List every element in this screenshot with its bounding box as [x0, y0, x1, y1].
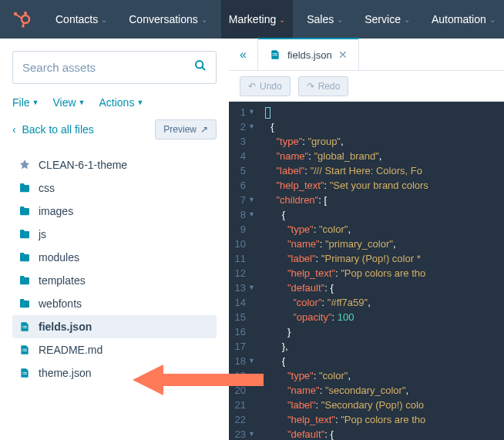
tree-item-js[interactable]: js	[12, 223, 217, 246]
svg-rect-10	[23, 327, 27, 328]
svg-point-11	[22, 326, 23, 327]
tree-item-webfonts[interactable]: webfonts	[12, 292, 217, 315]
tree-item-images[interactable]: images	[12, 200, 217, 223]
tree-item-templates[interactable]: templates	[12, 269, 217, 292]
svg-line-6	[23, 22, 24, 25]
file-menu[interactable]: File▼	[12, 96, 39, 109]
tree-item-label: webfonts	[39, 297, 82, 310]
svg-rect-18	[23, 374, 27, 375]
nav-service[interactable]: Service⌄	[357, 0, 418, 39]
collapse-sidebar-button[interactable]: «	[229, 48, 257, 62]
editor-tabs: « fields.json ✕	[229, 39, 504, 71]
tree-item-readme-md[interactable]: README.md	[12, 338, 217, 361]
nav-automation[interactable]: Automation⌄	[424, 0, 503, 39]
file-tree: CLEAN-6-1-themecssimagesjsmodulestemplat…	[12, 153, 217, 385]
search-icon[interactable]	[194, 59, 207, 76]
back-to-all-files[interactable]: ‹ Back to all files	[12, 123, 94, 136]
nav-marketing[interactable]: Marketing⌄	[221, 0, 293, 39]
svg-point-0	[22, 15, 29, 23]
tree-item-label: modules	[39, 251, 79, 264]
svg-point-12	[22, 327, 23, 328]
view-menu[interactable]: View▼	[52, 96, 85, 109]
svg-point-15	[22, 349, 23, 350]
undo-icon: ↶	[248, 81, 256, 92]
svg-point-20	[22, 374, 23, 375]
hubspot-logo[interactable]	[12, 8, 31, 30]
tree-item-fields-json[interactable]: fields.json	[12, 315, 217, 338]
svg-point-24	[272, 55, 273, 55]
file-icon	[18, 344, 31, 356]
svg-rect-21	[274, 53, 277, 54]
svg-line-8	[202, 67, 205, 70]
actions-menu[interactable]: Actions▼	[99, 96, 144, 109]
nav-conversations[interactable]: Conversations⌄	[121, 0, 215, 39]
tree-item-label: README.md	[39, 344, 102, 356]
close-tab-icon[interactable]: ✕	[338, 49, 348, 61]
file-icon	[269, 49, 281, 61]
preview-button[interactable]: Preview↗	[155, 119, 217, 139]
tree-item-label: theme.json	[39, 367, 91, 379]
file-icon	[18, 367, 31, 379]
search-input[interactable]	[22, 61, 194, 74]
tree-item-theme-json[interactable]: theme.json	[12, 361, 217, 385]
undo-button[interactable]: ↶Undo	[240, 76, 291, 96]
svg-rect-14	[23, 351, 27, 351]
chevron-down-icon: ⌄	[489, 15, 496, 24]
svg-point-19	[22, 372, 23, 373]
tree-item-label: css	[39, 182, 55, 194]
svg-point-23	[272, 53, 273, 54]
editor-panel: « fields.json ✕ ↶Undo ↷Redo 1▼2▼34567▼8▼…	[229, 39, 504, 440]
chevron-down-icon: ⌄	[279, 15, 285, 24]
top-nav: Contacts⌄ Conversations⌄ Marketing⌄ Sale…	[0, 0, 504, 39]
svg-line-4	[16, 15, 22, 18]
svg-rect-22	[274, 55, 277, 55]
caret-down-icon: ▼	[79, 99, 86, 106]
redo-icon: ↷	[307, 81, 314, 92]
folder-icon	[18, 182, 31, 194]
tree-item-label: CLEAN-6-1-theme	[39, 159, 127, 171]
svg-point-7	[196, 61, 203, 68]
folder-icon	[18, 251, 31, 264]
theme-icon	[18, 159, 31, 171]
tree-item-label: templates	[39, 274, 86, 287]
tree-item-modules[interactable]: modules	[12, 246, 217, 269]
nav-sales[interactable]: Sales⌄	[299, 0, 351, 39]
caret-down-icon: ▼	[32, 99, 39, 106]
folder-icon	[18, 297, 31, 310]
redo-button[interactable]: ↷Redo	[298, 76, 349, 96]
file-toolbar: File▼ View▼ Actions▼	[12, 96, 217, 109]
editor-toolbar: ↶Undo ↷Redo	[229, 71, 504, 102]
svg-point-16	[22, 351, 23, 351]
file-icon	[18, 321, 31, 333]
nav-contacts[interactable]: Contacts⌄	[48, 0, 115, 39]
folder-icon	[18, 274, 31, 287]
svg-rect-17	[23, 372, 27, 373]
chevron-down-icon: ⌄	[404, 15, 410, 24]
tab-label: fields.json	[287, 49, 332, 61]
tree-item-label: js	[39, 228, 46, 240]
tree-item-clean-6-1-theme[interactable]: CLEAN-6-1-theme	[12, 153, 217, 176]
chevron-down-icon: ⌄	[201, 15, 207, 24]
folder-icon	[18, 205, 31, 217]
svg-rect-13	[23, 349, 27, 350]
chevron-down-icon: ⌄	[101, 15, 107, 24]
chevron-down-icon: ⌄	[337, 15, 343, 24]
tree-item-label: images	[39, 205, 73, 217]
folder-icon	[18, 228, 31, 240]
editor-tab[interactable]: fields.json ✕	[257, 38, 359, 70]
svg-rect-9	[23, 326, 27, 327]
search-input-wrap[interactable]	[12, 51, 217, 84]
code-editor[interactable]: 1▼2▼34567▼8▼910111213▼1415161718▼1920212…	[229, 102, 504, 440]
caret-down-icon: ▼	[136, 99, 143, 106]
external-link-icon: ↗	[200, 124, 208, 135]
tree-item-css[interactable]: css	[12, 176, 217, 200]
tree-item-label: fields.json	[39, 321, 92, 333]
sidebar: File▼ View▼ Actions▼ ‹ Back to all files…	[0, 39, 229, 440]
